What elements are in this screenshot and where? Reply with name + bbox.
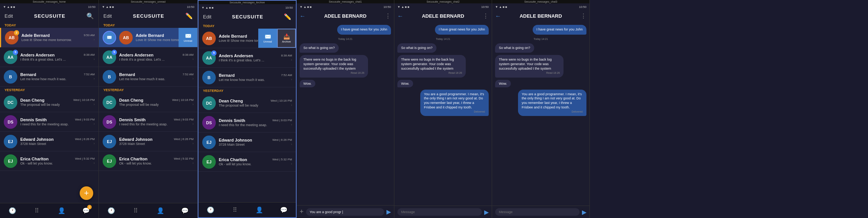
more-icon-2[interactable]: ⋮: [483, 12, 489, 20]
nav-messages-3[interactable]: 💬: [271, 203, 296, 217]
conv-item-edward[interactable]: EJ Edward Johnson 3728 Main Street Wed |…: [0, 132, 98, 151]
conv-item-bernard[interactable]: B Bernard Let me know how much it was. 7…: [0, 67, 98, 87]
contacts-icon-2: 👤: [157, 207, 164, 214]
conv-item-dennis-2[interactable]: DS Dennis Smith I need this for the meet…: [99, 112, 197, 132]
more-icon-3[interactable]: ⋮: [580, 12, 586, 20]
conv-item-erica[interactable]: EJ Erica Charlton Ok - will let you know…: [0, 151, 98, 171]
conv-name-dennis: Dennis Smith: [20, 117, 73, 122]
nav-contacts-2[interactable]: 👤: [148, 203, 173, 218]
status-bar-3: ▼ ▲ ■ ■ 10:50: [198, 4, 296, 11]
conv-item-erica-2[interactable]: EJ Erica Charlton Ok - will let you know…: [99, 151, 197, 171]
status-time: 10:50: [88, 5, 95, 9]
nav-keypad[interactable]: ⠿: [25, 203, 50, 218]
nav-messages-2[interactable]: 💬: [173, 203, 198, 218]
avatar-dean-3: DC: [202, 96, 216, 110]
unread-btn-3[interactable]: ✉️ Unread: [258, 29, 277, 48]
conv-item-edward-2[interactable]: EJ Edward Johnson 3728 Main Street Wed |…: [99, 132, 197, 151]
status-time-2: 10:50: [187, 5, 194, 9]
send-button-1[interactable]: ▶: [386, 208, 391, 215]
nav-messages[interactable]: 💬 2: [74, 203, 99, 218]
back-button-1[interactable]: ←: [300, 13, 306, 20]
conv-info-dean-3: Dean Cheng The proposal will be ready: [219, 99, 269, 107]
conv-meta-edward-3: Wed | 6:26 PM ›: [272, 138, 292, 146]
conv-arrow-dennis-2: ›: [192, 122, 194, 126]
nav-contacts-3[interactable]: 👤: [247, 203, 272, 217]
conv-item-anders-2[interactable]: AA 5 Anders Andersen I think it's a grea…: [99, 47, 197, 67]
nav-keypad-2[interactable]: ⠿: [124, 203, 148, 218]
screen-chat3: Secusuite_messages_chat3 ▼ ▲ ■ ■ 10:50 ←…: [492, 0, 590, 218]
nav-recents-2[interactable]: 🕐: [99, 203, 124, 218]
app-title-3: SECUSUITE: [232, 14, 263, 20]
chat-input-field-3[interactable]: [495, 208, 580, 216]
fab-compose[interactable]: +: [80, 186, 93, 200]
avatar-anders-2: AA 5: [103, 50, 116, 64]
conv-item-dennis-3[interactable]: DS Dennis Smith I need this for the meet…: [198, 113, 296, 133]
status-signal-2: ▼ ▲ ■ ■: [102, 5, 114, 9]
nav-contacts[interactable]: 👤: [49, 203, 74, 218]
conv-item-adele-3[interactable]: AB Adele Bernard Love it! Show me more t…: [198, 29, 296, 48]
back-button-2[interactable]: ←: [397, 13, 403, 20]
nav-recents[interactable]: 🕐: [0, 203, 25, 218]
conv-arrow-erica: ›: [94, 161, 95, 165]
chat-input-bar-2: ▶: [394, 206, 492, 218]
edit-button-3[interactable]: Edit: [203, 14, 211, 20]
compose-icon-2[interactable]: ✏️: [185, 12, 193, 20]
conv-arrow-erica-3: ›: [291, 162, 292, 166]
conv-preview-edward: 3728 Main Street: [20, 142, 73, 146]
conv-item-adele-2[interactable]: ✉️ AB Adele Bernard Love it! Show me mor…: [99, 28, 197, 47]
conv-item-bernard-2[interactable]: B Bernard Let me know how much it was. 7…: [99, 67, 197, 87]
conv-item-anders-3[interactable]: AA 5 Anders Andersen I think it's a grea…: [198, 48, 296, 68]
edit-button-2[interactable]: Edit: [103, 13, 112, 19]
conv-info-dennis: Dennis Smith I need this for the meeting…: [20, 117, 73, 126]
conv-item-bernard-3[interactable]: B Bernard Let me know how much it was. 7…: [198, 68, 296, 87]
conv-item-adele[interactable]: AB 2 Adele Bernard Love it! Show me more…: [0, 28, 98, 47]
unread-btn[interactable]: ✉️ Unread: [179, 28, 197, 47]
conv-preview-dennis-2: I need this for the meeting asap.: [119, 122, 172, 126]
conv-preview-dennis-3: I need this for the meeting asap.: [219, 123, 271, 127]
section-today-3: TODAY: [198, 23, 296, 29]
nav-recents-3[interactable]: 🕐: [198, 203, 223, 217]
compose-icon-3[interactable]: ✏️: [284, 13, 291, 20]
conv-name-edward-3: Edward Johnson: [219, 138, 271, 142]
msg-read-status-1: Read 16:26: [303, 71, 364, 75]
msg-time-1: Today 14:21: [300, 38, 391, 40]
msg-time-2a: Today 14:21: [397, 38, 489, 40]
conv-meta-dean-2: Wed | 10:16 PM ›: [172, 98, 194, 106]
conv-preview-dean-2: The proposal will be ready: [119, 103, 171, 107]
conv-info-dennis-3: Dennis Smith I need this for the meeting…: [219, 118, 271, 127]
chat-header-2: ← ADELE BERNARD ⋮: [394, 10, 492, 22]
avatar-edward-3: EJ: [202, 136, 216, 149]
nav-keypad-3[interactable]: ⠿: [223, 203, 247, 217]
avatar-edward-2: EJ: [103, 135, 116, 148]
avatar-anders-3: AA 5: [202, 51, 216, 65]
input-plus-icon-1[interactable]: +: [300, 208, 304, 216]
conv-info-adele: Adele Bernard Love it! Show me more tomo…: [21, 33, 82, 42]
chat-input-field-1[interactable]: [306, 208, 384, 216]
chat-input-field-2[interactable]: [397, 208, 482, 216]
conv-meta-bernard-3: 7:52 AM ›: [281, 73, 292, 81]
avatar-adele: AB 2: [5, 31, 18, 44]
send-button-3[interactable]: ▶: [582, 209, 586, 216]
conv-arrow-edward-2: ›: [192, 142, 194, 145]
conv-item-dennis[interactable]: DS Dennis Smith I need this for the meet…: [0, 112, 98, 132]
chat-messages-3: I have great news for you John Today 14:…: [492, 22, 589, 206]
conv-item-edward-3[interactable]: EJ Edward Johnson 3728 Main Street Wed |…: [198, 133, 296, 152]
conv-item-erica-3[interactable]: EJ Erica Charlton Ok - will let you know…: [198, 152, 296, 172]
conv-meta-dennis: Wed | 9:03 PM ›: [75, 118, 95, 126]
back-button-3[interactable]: ←: [495, 13, 501, 20]
conv-item-dean[interactable]: DC Dean Cheng The proposal will be ready…: [0, 93, 98, 112]
more-icon-1[interactable]: ⋮: [385, 12, 391, 20]
conv-item-dean-2[interactable]: DC Dean Cheng The proposal will be ready…: [99, 93, 197, 112]
contacts-icon: 👤: [58, 207, 65, 214]
send-button-2[interactable]: ▶: [484, 209, 489, 216]
msg-received-2b: There were no bugs in the back log syste…: [397, 55, 466, 77]
edit-button[interactable]: Edit: [5, 13, 13, 19]
bottom-nav-3: 🕐 ⠿ 👤 💬: [198, 202, 296, 217]
archive-btn[interactable]: 📥 Archive: [277, 29, 296, 48]
conv-time-erica-2: Wed | 5:32 PM: [174, 157, 194, 160]
avatar-dennis-2: DS: [103, 115, 116, 129]
search-icon[interactable]: 🔍: [86, 12, 94, 20]
conv-item-anders[interactable]: AA 5 Anders Andersen I think it's a grea…: [0, 47, 98, 67]
conv-time-anders: 8:38 AM: [84, 53, 95, 56]
conv-item-dean-3[interactable]: DC Dean Cheng The proposal will be ready…: [198, 93, 296, 113]
